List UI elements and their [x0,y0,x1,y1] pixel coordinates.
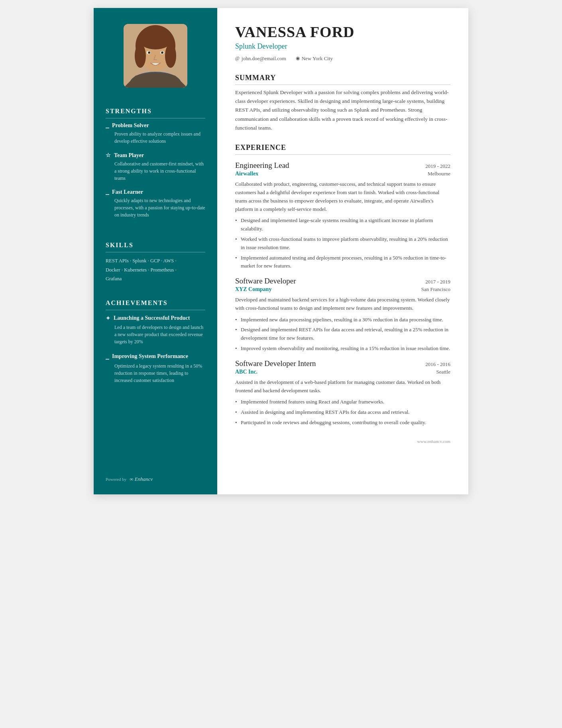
achievement-performance-title: Improving System Performance [112,352,188,360]
achievements-section: ACHIEVEMENTS ✦ Launching a Successful Pr… [94,291,217,399]
summary-text: Experienced Splunk Developer with a pass… [235,88,450,132]
experience-section: EXPERIENCE Engineering Lead 2019 - 2022 … [235,144,450,427]
list-item: Designed and implemented REST APIs for d… [235,326,450,342]
strength-desc-problem-solver: Proven ability to analyze complex issues… [106,130,205,145]
summary-title: SUMMARY [235,74,450,85]
strength-fast-learner: ⎯ Fast Learner Quickly adapts to new tec… [106,189,205,218]
main-content: VANESSA FORD Splunk Developer @ john.doe… [217,8,468,494]
list-item: Implemented new data processing pipeline… [235,316,450,324]
location-contact: ◉ New York City [296,55,333,62]
achievement-product: ✦ Launching a Successful Product Led a t… [106,314,205,346]
job-3-company: ABC Inc. [235,369,257,375]
achievement-product-icon: ✦ [106,315,110,323]
svg-point-10 [149,52,150,53]
strength-problem-solver: ⎯ Problem Solver Proven ability to analy… [106,122,205,145]
achievement-performance-desc: Optimized a legacy system resulting in a… [106,362,205,384]
sidebar: STRENGTHS ⎯ Problem Solver Proven abilit… [94,8,217,494]
team-player-icon: ☆ [106,152,111,159]
job-1-company: Airwallex [235,171,258,177]
job-2-dates: 2017 - 2019 [425,279,450,285]
fast-learner-icon: ⎯ [106,189,109,195]
location-icon: ◉ [296,55,300,61]
svg-point-5 [140,32,171,49]
email-value: john.doe@email.com [242,55,286,62]
job-2-desc: Developed and maintained backend service… [235,296,450,313]
skills-section: SKILLS REST APIs · Splunk · GCP · AWS · … [94,234,217,291]
job-2-location: San Francisco [421,286,450,293]
svg-point-9 [161,51,163,54]
resume-container: STRENGTHS ⎯ Problem Solver Proven abilit… [94,8,468,494]
avatar-container [94,8,217,100]
achievement-performance: ⎯ Improving System Performance Optimized… [106,352,205,384]
strength-title-label-3: Fast Learner [112,189,143,195]
job-2-role: Software Developer [235,277,296,285]
strength-desc-fast-learner: Quickly adapts to new technologies and p… [106,197,205,218]
job-1-dates: 2019 - 2022 [425,163,450,169]
svg-point-3 [135,44,146,68]
job-2-bullets: Implemented new data processing pipeline… [235,316,450,353]
skills-line-2: Docker · Kubernetes · Prometheus · [106,267,177,273]
skills-line-3: Grafana [106,276,122,281]
avatar [124,24,187,88]
strengths-title: STRENGTHS [106,108,205,118]
powered-by-label: Powered by [106,477,126,482]
achievement-product-title: Launching a Successful Product [114,314,190,322]
strength-title-label-2: Team Player [114,152,144,159]
job-intern: Software Developer Intern 2016 - 2016 AB… [235,359,450,427]
svg-point-8 [148,51,150,54]
main-footer: www.enhancv.com [235,439,450,444]
achievements-title: ACHIEVEMENTS [106,299,205,310]
svg-point-4 [165,44,176,68]
candidate-name: VANESSA FORD [235,24,450,41]
problem-solver-icon: ⎯ [106,122,109,129]
job-3-role: Software Developer Intern [235,359,316,368]
summary-section: SUMMARY Experienced Splunk Developer wit… [235,74,450,132]
list-item: Implemented frontend features using Reac… [235,398,450,406]
enhancv-logo: ∞ Enhancv [130,476,153,482]
svg-point-11 [162,52,163,53]
job-1-location: Melbourne [428,171,450,177]
list-item: Worked with cross-functional teams to im… [235,235,450,252]
job-2-company: XYZ Company [235,286,271,293]
job-3-desc: Assisted in the development of a web-bas… [235,378,450,395]
achievement-product-desc: Led a team of developers to design and l… [106,324,205,345]
email-contact: @ john.doe@email.com [235,55,286,62]
strength-desc-team-player: Collaborative and customer-first mindset… [106,160,205,182]
experience-title: EXPERIENCE [235,144,450,155]
job-title: Splunk Developer [235,42,450,51]
job-3-dates: 2016 - 2016 [425,361,450,368]
location-value: New York City [302,55,333,62]
list-item: Participated in code reviews and debuggi… [235,419,450,427]
job-engineering-lead: Engineering Lead 2019 - 2022 Airwallex M… [235,161,450,270]
job-1-desc: Collaborated with product, engineering, … [235,180,450,213]
list-item: Implemented automated testing and deploy… [235,254,450,271]
contact-info: @ john.doe@email.com ◉ New York City [235,55,450,62]
job-1-role: Engineering Lead [235,161,289,170]
job-3-location: Seattle [436,369,450,375]
list-item: Improved system observability and monito… [235,344,450,353]
footer-url: www.enhancv.com [417,439,451,444]
list-item: Designed and implemented large-scale sys… [235,216,450,233]
achievement-performance-icon: ⎯ [106,353,109,361]
strength-team-player: ☆ Team Player Collaborative and customer… [106,152,205,182]
job-software-developer: Software Developer 2017 - 2019 XYZ Compa… [235,277,450,353]
job-3-bullets: Implemented frontend features using Reac… [235,398,450,427]
list-item: Assisted in designing and implementing R… [235,408,450,417]
email-icon: @ [235,55,240,61]
strength-title-label: Problem Solver [112,122,149,129]
job-1-bullets: Designed and implemented large-scale sys… [235,216,450,270]
skills-title: SKILLS [106,242,205,252]
sidebar-footer: Powered by ∞ Enhancv [94,468,217,482]
skills-line-1: REST APIs · Splunk · GCP · AWS · [106,258,177,264]
strengths-section: STRENGTHS ⎯ Problem Solver Proven abilit… [94,100,217,234]
